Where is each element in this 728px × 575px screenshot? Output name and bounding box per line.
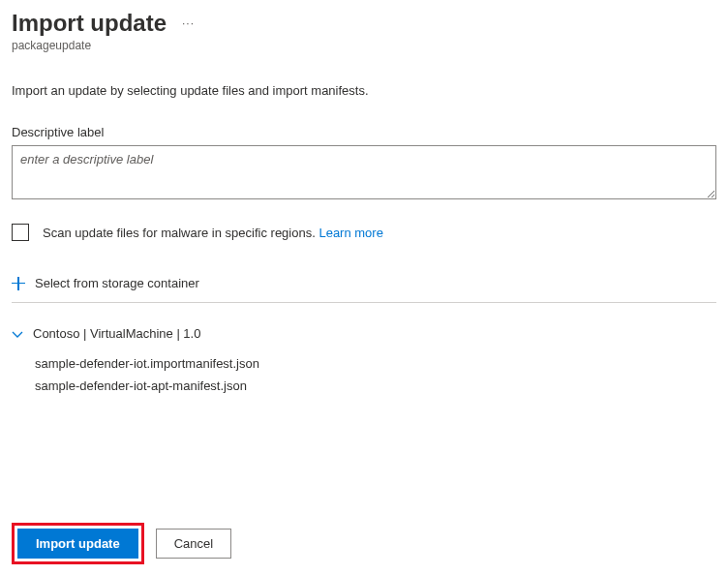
chevron-down-icon: [12, 328, 23, 340]
import-update-button[interactable]: Import update: [17, 529, 138, 559]
update-group-header[interactable]: Contoso | VirtualMachine | 1.0: [12, 322, 716, 345]
group-title: Contoso | VirtualMachine | 1.0: [33, 326, 200, 341]
intro-text: Import an update by selecting update fil…: [12, 83, 716, 98]
descriptive-input[interactable]: [12, 145, 716, 199]
more-actions-icon[interactable]: ···: [178, 13, 198, 34]
highlight-annotation: Import update: [12, 523, 144, 564]
descriptive-label: Descriptive label: [12, 125, 716, 139]
page-title: Import update: [12, 10, 167, 37]
file-item: sample-defender-iot-apt-manifest.json: [12, 375, 716, 397]
scan-malware-label: Scan update files for malware in specifi…: [43, 226, 383, 240]
file-item: sample-defender-iot.importmanifest.json: [12, 352, 716, 375]
learn-more-link[interactable]: Learn more: [318, 226, 382, 240]
cancel-button[interactable]: Cancel: [156, 529, 231, 559]
select-storage-label: Select from storage container: [35, 276, 199, 290]
plus-icon: [12, 277, 25, 290]
select-from-storage-button[interactable]: Select from storage container: [12, 268, 716, 302]
divider: [12, 302, 716, 303]
scan-malware-checkbox[interactable]: [12, 224, 29, 241]
resource-subtitle: packageupdate: [12, 39, 716, 52]
